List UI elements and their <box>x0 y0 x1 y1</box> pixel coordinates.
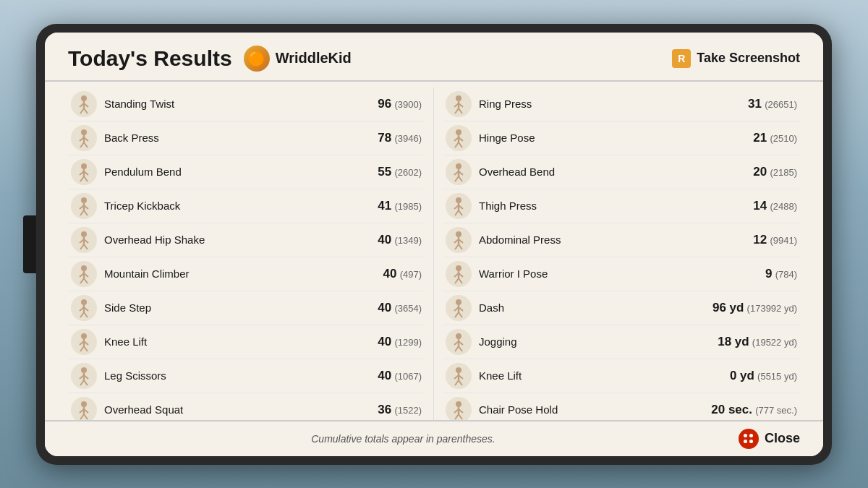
svg-line-40 <box>80 312 84 317</box>
exercise-row: Standing Twist96 (3900) <box>68 87 425 121</box>
screenshot-button[interactable]: R Take Screenshot <box>672 49 800 68</box>
exercise-name: Dash <box>479 301 712 314</box>
exercise-score: 36 (1522) <box>378 403 422 417</box>
main-score: 40 <box>383 267 397 281</box>
exercise-row: Warrior I Pose9 (784) <box>443 257 800 291</box>
svg-point-42 <box>81 333 87 339</box>
header: Today's Results 🟠 WriddleKid R Take Scre… <box>45 33 823 82</box>
svg-line-17 <box>84 176 88 181</box>
svg-point-72 <box>456 129 461 135</box>
svg-point-120 <box>456 401 461 407</box>
svg-point-36 <box>81 299 87 305</box>
exercise-score: 40 (497) <box>383 267 422 281</box>
svg-line-107 <box>459 312 462 317</box>
main-score: 9 <box>765 267 772 281</box>
exercise-score: 40 (1067) <box>378 369 422 383</box>
cumulative-score: (3900) <box>394 99 422 110</box>
exercise-name: Mountain Climber <box>104 267 383 280</box>
close-button[interactable]: Close <box>739 429 800 449</box>
svg-line-29 <box>84 244 88 249</box>
close-dots-grid <box>739 429 757 448</box>
exercise-name: Knee Lift <box>479 369 730 382</box>
exercise-name: Overhead Squat <box>104 403 378 416</box>
exercise-icon <box>446 261 472 287</box>
svg-line-119 <box>459 380 462 385</box>
svg-line-112 <box>455 346 459 351</box>
exercise-name: Overhead Hip Shake <box>104 234 378 246</box>
main-score: 21 <box>753 131 767 145</box>
exercise-name: Leg Scissors <box>104 369 378 382</box>
svg-point-6 <box>81 129 87 135</box>
exercise-row: Overhead Bend20 (2185) <box>443 155 800 189</box>
cumulative-score: (1349) <box>394 235 422 246</box>
exercise-name: Abdominal Press <box>479 234 753 246</box>
cumulative-score: (26651) <box>765 99 797 110</box>
exercise-icon <box>71 91 97 117</box>
exercise-name: Ring Press <box>479 98 748 110</box>
svg-point-108 <box>456 333 461 339</box>
svg-point-102 <box>456 299 461 305</box>
svg-line-88 <box>455 210 459 215</box>
exercise-icon <box>71 329 97 355</box>
close-dot <box>749 434 753 437</box>
exercise-row: Knee Lift0 yd (5515 yd) <box>443 359 800 393</box>
cumulative-score: (19522 yd) <box>752 337 797 348</box>
exercise-score: 96 yd (173992 yd) <box>712 301 797 315</box>
footer: Cumulative totals appear in parentheses.… <box>45 420 823 456</box>
svg-line-58 <box>80 414 84 419</box>
cumulative-score: (497) <box>400 269 422 280</box>
svg-line-46 <box>80 346 84 351</box>
exercise-name: Jogging <box>479 335 718 348</box>
svg-point-96 <box>456 265 461 271</box>
exercise-icon <box>71 261 97 287</box>
svg-point-78 <box>456 163 461 169</box>
svg-point-84 <box>456 197 461 203</box>
exercise-score: 20 (2185) <box>753 165 797 179</box>
svg-line-11 <box>84 142 88 147</box>
svg-line-28 <box>80 244 84 249</box>
exercise-icon <box>446 125 472 151</box>
exercise-icon <box>446 227 472 253</box>
exercise-score: 21 (2510) <box>753 131 797 145</box>
exercise-icon <box>446 159 472 185</box>
main-score: 20 sec. <box>711 403 752 416</box>
svg-line-101 <box>459 278 462 283</box>
exercise-score: 78 (3946) <box>378 131 422 145</box>
exercise-score: 96 (3900) <box>378 97 422 111</box>
svg-line-10 <box>80 142 84 147</box>
main-score: 41 <box>378 199 391 213</box>
exercise-row: Dash96 yd (173992 yd) <box>443 291 800 325</box>
main-score: 96 yd <box>712 301 744 314</box>
cumulative-score: (5515 yd) <box>757 371 797 382</box>
main-score: 40 <box>378 233 391 247</box>
main-score: 0 yd <box>730 369 754 382</box>
main-score: 36 <box>378 403 391 416</box>
page-title: Today's Results <box>68 46 232 71</box>
close-dot <box>749 440 753 443</box>
exercise-name: Overhead Bend <box>479 166 753 178</box>
cumulative-score: (2602) <box>394 167 422 178</box>
svg-point-12 <box>81 163 87 169</box>
close-dot <box>744 434 747 437</box>
exercise-name: Tricep Kickback <box>104 200 378 212</box>
svg-point-48 <box>81 367 87 373</box>
exercise-icon <box>71 397 97 420</box>
exercise-row: Abdominal Press12 (9941) <box>443 223 800 257</box>
exercise-score: 40 (1349) <box>378 233 422 247</box>
cumulative-score: (173992 yd) <box>747 303 797 314</box>
svg-line-125 <box>459 414 462 419</box>
svg-line-71 <box>459 108 462 114</box>
content-area: Standing Twist96 (3900) Back Press78 (39… <box>45 82 823 420</box>
exercise-row: Thigh Press14 (2488) <box>443 189 800 223</box>
svg-line-35 <box>84 278 88 283</box>
exercise-score: 0 yd (5515 yd) <box>730 369 797 383</box>
exercise-icon <box>71 125 97 151</box>
avatar: 🟠 <box>244 46 270 72</box>
svg-line-100 <box>455 278 459 283</box>
close-dot <box>744 440 747 443</box>
exercise-name: Warrior I Pose <box>479 267 765 280</box>
username: WriddleKid <box>276 50 673 67</box>
exercise-name: Chair Pose Hold <box>479 403 711 416</box>
main-score: 18 yd <box>718 335 749 348</box>
exercise-row: Ring Press31 (26651) <box>443 87 800 121</box>
